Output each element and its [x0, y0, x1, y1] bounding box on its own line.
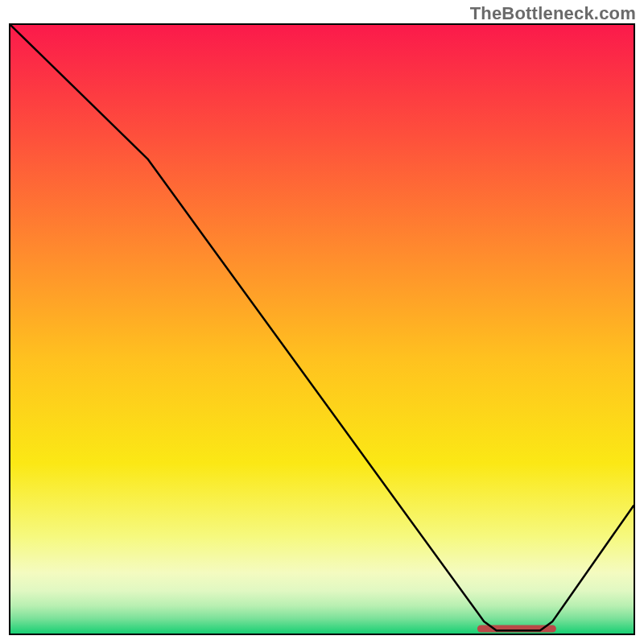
gradient-line-plot — [10, 25, 634, 634]
watermark-text: TheBottleneck.com — [470, 3, 636, 24]
chart-canvas: TheBottleneck.com — [0, 0, 644, 644]
plot-area — [9, 23, 635, 635]
